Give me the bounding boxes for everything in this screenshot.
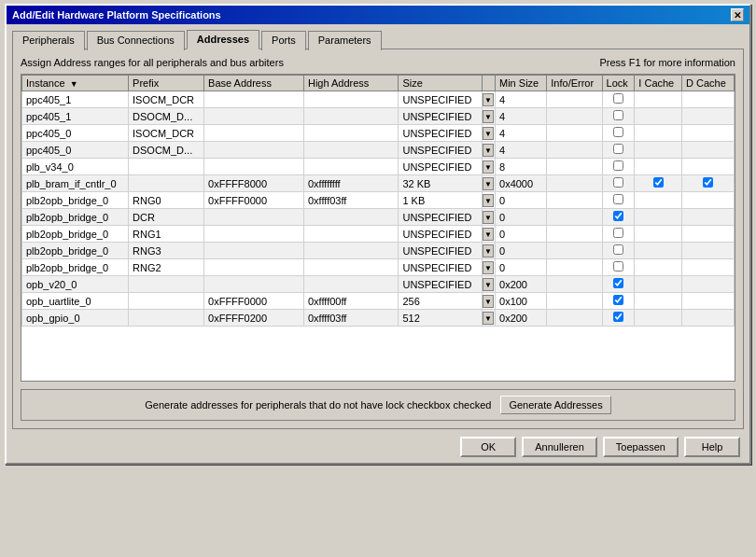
- cell-icache[interactable]: [635, 293, 682, 310]
- cell-base[interactable]: [204, 243, 304, 259]
- cell-icache[interactable]: [635, 108, 682, 125]
- apply-button[interactable]: Toepassen: [603, 437, 679, 457]
- cell-lock[interactable]: [602, 259, 635, 276]
- generate-addresses-button[interactable]: Generate Addresses: [500, 396, 610, 414]
- cell-size-dropdown[interactable]: ▼: [483, 142, 496, 159]
- ok-button[interactable]: OK: [460, 437, 516, 457]
- cell-dcache[interactable]: [681, 293, 734, 310]
- cell-base[interactable]: [204, 293, 304, 310]
- col-header-instance[interactable]: Instance ▼: [22, 76, 129, 91]
- cell-base[interactable]: [204, 209, 304, 226]
- cell-high[interactable]: [303, 310, 399, 327]
- cell-size: UNSPECIFIED: [399, 142, 483, 159]
- tab-bus-connections[interactable]: Bus Connections: [87, 31, 185, 50]
- cell-icache[interactable]: [635, 209, 682, 226]
- cell-dcache[interactable]: [681, 310, 734, 327]
- cell-lock[interactable]: [602, 125, 635, 142]
- tab-ports[interactable]: Ports: [261, 31, 306, 50]
- cell-lock[interactable]: [602, 293, 635, 310]
- cell-lock[interactable]: [602, 175, 635, 192]
- cell-lock[interactable]: [602, 142, 635, 159]
- help-button[interactable]: Help: [684, 437, 740, 457]
- cell-base[interactable]: [204, 108, 304, 125]
- cell-high[interactable]: [303, 293, 399, 310]
- cell-high[interactable]: [303, 259, 399, 276]
- cell-lock[interactable]: [602, 209, 635, 226]
- cell-size-dropdown[interactable]: ▼: [483, 226, 496, 243]
- cell-dcache[interactable]: [681, 226, 734, 243]
- cell-lock[interactable]: [602, 226, 635, 243]
- cell-icache[interactable]: [635, 175, 682, 192]
- cell-dcache[interactable]: [681, 91, 734, 108]
- cell-dcache[interactable]: [681, 142, 734, 159]
- cell-dcache[interactable]: [681, 209, 734, 226]
- cell-size-dropdown[interactable]: ▼: [483, 175, 496, 192]
- cell-dcache[interactable]: [681, 175, 734, 192]
- cell-base[interactable]: [204, 259, 304, 276]
- cell-base[interactable]: [204, 125, 304, 142]
- cell-size-dropdown[interactable]: ▼: [483, 276, 496, 293]
- cell-high[interactable]: [303, 175, 399, 192]
- cell-high[interactable]: [303, 159, 399, 175]
- cell-high[interactable]: [303, 142, 399, 159]
- cell-base[interactable]: [204, 226, 304, 243]
- cell-base[interactable]: [204, 310, 304, 327]
- cell-icache[interactable]: [635, 125, 682, 142]
- cell-base[interactable]: [204, 175, 304, 192]
- cell-size-dropdown[interactable]: ▼: [483, 108, 496, 125]
- cell-icache[interactable]: [635, 243, 682, 259]
- cell-size-dropdown[interactable]: ▼: [483, 125, 496, 142]
- cell-size-dropdown[interactable]: ▼: [483, 159, 496, 175]
- cell-base[interactable]: [204, 159, 304, 175]
- cell-dcache[interactable]: [681, 192, 734, 209]
- cell-icache[interactable]: [635, 192, 682, 209]
- col-header-dcache: D Cache: [681, 76, 734, 91]
- tab-parameters[interactable]: Parameters: [308, 31, 382, 50]
- cell-minsize: 4: [496, 142, 547, 159]
- cell-size-dropdown[interactable]: ▼: [483, 192, 496, 209]
- cell-base[interactable]: [204, 91, 304, 108]
- cell-icache[interactable]: [635, 276, 682, 293]
- cell-high[interactable]: [303, 108, 399, 125]
- cell-high[interactable]: [303, 226, 399, 243]
- cell-size-dropdown[interactable]: ▼: [483, 293, 496, 310]
- cell-lock[interactable]: [602, 243, 635, 259]
- cell-high[interactable]: [303, 192, 399, 209]
- address-table-container[interactable]: Instance ▼ Prefix Base Address High Addr…: [21, 74, 735, 382]
- cell-icache[interactable]: [635, 226, 682, 243]
- cell-size-dropdown[interactable]: ▼: [483, 91, 496, 108]
- cell-icache[interactable]: [635, 310, 682, 327]
- cell-dcache[interactable]: [681, 108, 734, 125]
- tab-addresses[interactable]: Addresses: [187, 30, 259, 49]
- cell-icache[interactable]: [635, 259, 682, 276]
- tab-peripherals[interactable]: Peripherals: [12, 31, 85, 50]
- cell-high[interactable]: [303, 209, 399, 226]
- cell-size-dropdown[interactable]: ▼: [483, 310, 496, 327]
- cell-high[interactable]: [303, 243, 399, 259]
- close-button[interactable]: ✕: [731, 8, 744, 21]
- cell-lock[interactable]: [602, 91, 635, 108]
- cell-dcache[interactable]: [681, 159, 734, 175]
- cell-dcache[interactable]: [681, 125, 734, 142]
- cell-high[interactable]: [303, 91, 399, 108]
- cancel-button[interactable]: Annulleren: [522, 437, 597, 457]
- cell-base[interactable]: [204, 276, 304, 293]
- cell-size-dropdown[interactable]: ▼: [483, 209, 496, 226]
- cell-base[interactable]: [204, 142, 304, 159]
- cell-size-dropdown[interactable]: ▼: [483, 243, 496, 259]
- cell-size-dropdown[interactable]: ▼: [483, 259, 496, 276]
- cell-lock[interactable]: [602, 310, 635, 327]
- cell-lock[interactable]: [602, 192, 635, 209]
- cell-lock[interactable]: [602, 159, 635, 175]
- cell-dcache[interactable]: [681, 276, 734, 293]
- cell-base[interactable]: [204, 192, 304, 209]
- cell-high[interactable]: [303, 276, 399, 293]
- cell-lock[interactable]: [602, 108, 635, 125]
- cell-icache[interactable]: [635, 91, 682, 108]
- cell-lock[interactable]: [602, 276, 635, 293]
- cell-dcache[interactable]: [681, 243, 734, 259]
- cell-icache[interactable]: [635, 159, 682, 175]
- cell-dcache[interactable]: [681, 259, 734, 276]
- cell-icache[interactable]: [635, 142, 682, 159]
- cell-high[interactable]: [303, 125, 399, 142]
